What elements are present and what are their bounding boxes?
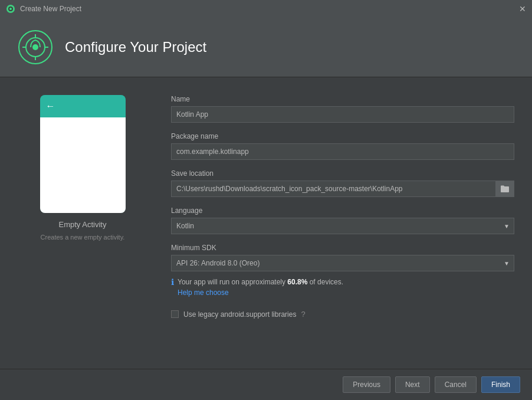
- next-button[interactable]: Next: [395, 376, 430, 393]
- legacy-checkbox[interactable]: [171, 310, 179, 318]
- sdk-percentage: 60.8%: [287, 278, 307, 286]
- minimum-sdk-group: Minimum SDK API 16: Android 4.1 (Jelly B…: [171, 244, 514, 298]
- footer: Previous Next Cancel Finish: [0, 369, 532, 400]
- close-button[interactable]: ✕: [519, 5, 526, 13]
- phone-content-area: [40, 117, 126, 213]
- minimum-sdk-label: Minimum SDK: [171, 244, 514, 252]
- save-location-group: Save location: [171, 169, 514, 197]
- title-bar: Create New Project ✕: [0, 0, 532, 18]
- sdk-select-wrapper: API 16: Android 4.1 (Jelly Bean) API 21:…: [171, 255, 514, 271]
- android-studio-icon: [6, 4, 15, 14]
- legacy-row: Use legacy android.support libraries ?: [171, 310, 514, 319]
- cancel-button[interactable]: Cancel: [435, 376, 477, 393]
- name-input[interactable]: [171, 106, 514, 123]
- content-area: ← Empty Activity Creates a new empty act…: [0, 77, 532, 369]
- legacy-help-icon[interactable]: ?: [301, 310, 305, 319]
- save-location-label: Save location: [171, 169, 514, 178]
- back-arrow-icon: ←: [46, 101, 55, 112]
- language-select-wrapper: Kotlin Java ▼: [171, 218, 514, 234]
- sdk-info-suffix: of devices.: [307, 278, 343, 286]
- title-bar-title: Create New Project: [20, 5, 81, 13]
- phone-preview: ←: [40, 95, 126, 213]
- window: Create New Project ✕ Configure Your Proj…: [0, 0, 532, 400]
- save-location-input[interactable]: [171, 181, 496, 197]
- help-me-choose-link[interactable]: Help me choose: [178, 288, 229, 297]
- android-logo: [18, 29, 53, 65]
- folder-icon: [501, 185, 509, 192]
- name-group: Name: [171, 95, 514, 123]
- activity-description: Creates a new empty activity.: [41, 234, 125, 241]
- package-label: Package name: [171, 132, 514, 140]
- sdk-info: ℹ Your app will run on approximately 60.…: [171, 277, 514, 298]
- language-group: Language Kotlin Java ▼: [171, 206, 514, 234]
- svg-point-5: [32, 44, 38, 50]
- preview-panel: ← Empty Activity Creates a new empty act…: [18, 95, 147, 351]
- svg-point-2: [9, 8, 12, 10]
- legacy-label: Use legacy android.support libraries: [183, 310, 296, 319]
- title-bar-left: Create New Project: [6, 4, 81, 14]
- minimum-sdk-select[interactable]: API 16: Android 4.1 (Jelly Bean) API 21:…: [171, 255, 514, 271]
- phone-top-bar: ←: [40, 95, 126, 117]
- form-panel: Name Package name Save location: [171, 95, 514, 351]
- save-location-input-row: [171, 181, 514, 197]
- previous-button[interactable]: Previous: [343, 376, 390, 393]
- header: Configure Your Project: [0, 18, 532, 77]
- sdk-info-text: Your app will run on approximately 60.8%…: [178, 277, 343, 298]
- sdk-info-prefix: Your app will run on approximately: [178, 278, 287, 286]
- page-title: Configure Your Project: [65, 39, 206, 55]
- folder-browse-button[interactable]: [496, 181, 514, 197]
- language-select[interactable]: Kotlin Java: [171, 218, 514, 234]
- activity-label: Empty Activity: [59, 220, 107, 229]
- language-label: Language: [171, 206, 514, 215]
- package-group: Package name: [171, 132, 514, 160]
- package-input[interactable]: [171, 143, 514, 160]
- finish-button[interactable]: Finish: [481, 376, 520, 393]
- name-label: Name: [171, 95, 514, 103]
- info-icon: ℹ: [171, 277, 174, 287]
